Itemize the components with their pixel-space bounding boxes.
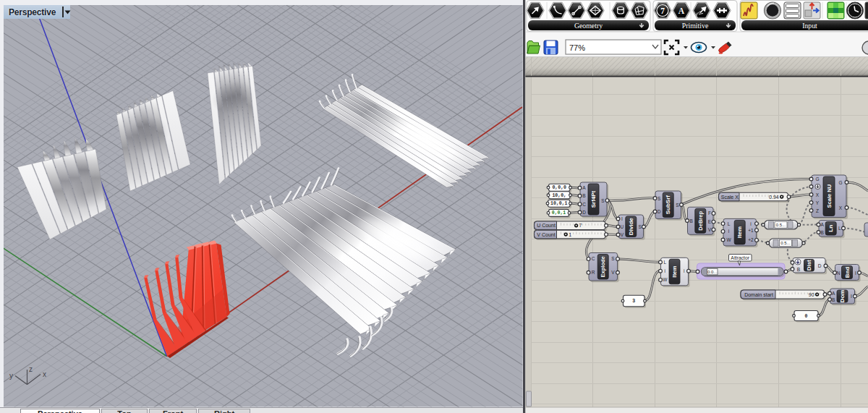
svg-text:D: D bbox=[658, 209, 661, 214]
svg-text:Scale NU: Scale NU bbox=[826, 184, 833, 208]
svg-text:N: N bbox=[837, 271, 841, 276]
svg-text:C: C bbox=[582, 202, 586, 207]
svg-text:Srf4Pt: Srf4Pt bbox=[590, 190, 597, 208]
svg-text:Ln: Ln bbox=[827, 225, 834, 232]
svg-text:R: R bbox=[592, 270, 595, 275]
svg-text:7: 7 bbox=[660, 7, 665, 15]
svg-text:F: F bbox=[708, 210, 711, 216]
svg-text:Divide: Divide bbox=[628, 218, 634, 236]
svg-text:0.5...: 0.5... bbox=[780, 241, 791, 245]
svg-text:X: X bbox=[816, 192, 820, 197]
svg-text:U: U bbox=[621, 224, 624, 229]
svg-text:A: A bbox=[678, 7, 685, 15]
svg-text:Geometry: Geometry bbox=[574, 22, 603, 30]
svg-text:3: 3 bbox=[632, 299, 635, 304]
svg-text:DeBrep: DeBrep bbox=[697, 211, 704, 231]
svg-text:L: L bbox=[663, 260, 666, 265]
svg-text:S: S bbox=[611, 256, 615, 261]
svg-text:D: D bbox=[582, 210, 586, 215]
svg-text:Y: Y bbox=[816, 200, 820, 205]
svg-text:B: B bbox=[689, 218, 692, 223]
svg-text:z: z bbox=[29, 365, 33, 373]
svg-text:77%: 77% bbox=[569, 43, 585, 52]
svg-text:Dist: Dist bbox=[806, 260, 812, 271]
svg-text:Z: Z bbox=[816, 208, 819, 213]
svg-text:Attractor: Attractor bbox=[731, 255, 749, 260]
svg-text:i: i bbox=[684, 268, 684, 273]
svg-text:L: L bbox=[838, 226, 841, 231]
svg-text:W: W bbox=[663, 277, 668, 282]
svg-text:0.0...: 0.0... bbox=[707, 270, 718, 274]
svg-text:0: 0 bbox=[805, 314, 808, 319]
svg-text:Domain start: Domain start bbox=[744, 292, 773, 297]
svg-text:I: I bbox=[851, 294, 852, 299]
svg-text:V: V bbox=[621, 232, 624, 237]
svg-text:B: B bbox=[832, 297, 835, 302]
svg-text:+1: +1 bbox=[748, 228, 754, 233]
svg-text:y: y bbox=[9, 372, 13, 380]
svg-text:i: i bbox=[728, 229, 729, 234]
svg-text:B: B bbox=[582, 193, 585, 198]
svg-text:I: I bbox=[855, 271, 856, 276]
svg-text:C: C bbox=[592, 256, 595, 261]
svg-text:0,0,0: 0,0,0 bbox=[552, 185, 566, 190]
svg-text:I: I bbox=[621, 216, 623, 221]
svg-text:Explode: Explode bbox=[600, 256, 606, 277]
svg-text:Item: Item bbox=[736, 226, 743, 238]
svg-text:L: L bbox=[728, 221, 731, 226]
svg-text:X: X bbox=[839, 205, 843, 210]
svg-text:10,0,: 10,0, bbox=[552, 193, 566, 198]
svg-text:S: S bbox=[601, 198, 605, 203]
svg-text:B: B bbox=[820, 230, 823, 235]
svg-text:x: x bbox=[43, 370, 46, 378]
svg-text:G: G bbox=[838, 180, 842, 185]
svg-text:Primitive: Primitive bbox=[682, 22, 709, 30]
svg-text:A: A bbox=[820, 222, 824, 227]
svg-text:S: S bbox=[638, 224, 642, 229]
svg-text:G: G bbox=[815, 176, 819, 182]
svg-text:Input: Input bbox=[802, 22, 817, 30]
svg-text:0.5...: 0.5... bbox=[776, 223, 786, 227]
svg-text:SubSrf: SubSrf bbox=[665, 195, 671, 215]
svg-text:10,0,1: 10,0,1 bbox=[550, 201, 568, 206]
svg-text:Bnd: Bnd bbox=[844, 267, 851, 278]
svg-text:0,0,1: 0,0,1 bbox=[552, 210, 566, 216]
svg-text:S: S bbox=[658, 196, 661, 201]
svg-text:Item: Item bbox=[671, 265, 678, 277]
svg-text:V: V bbox=[611, 270, 615, 275]
svg-text:i: i bbox=[664, 268, 665, 273]
svg-text:B: B bbox=[797, 267, 800, 272]
svg-text:S: S bbox=[676, 203, 679, 208]
svg-text:A: A bbox=[582, 185, 586, 190]
svg-text:A: A bbox=[832, 291, 835, 296]
svg-text:U Count: U Count bbox=[537, 223, 556, 228]
svg-text:7: 7 bbox=[579, 223, 582, 228]
svg-text:1: 1 bbox=[569, 232, 571, 237]
svg-text:Scale X: Scale X bbox=[721, 195, 739, 200]
svg-text:D: D bbox=[818, 263, 822, 268]
svg-text:+2: +2 bbox=[748, 237, 754, 242]
svg-text:E: E bbox=[708, 219, 712, 224]
svg-text:W: W bbox=[727, 237, 732, 242]
svg-text:0.94: 0.94 bbox=[769, 195, 779, 200]
svg-text:V Count: V Count bbox=[537, 232, 555, 237]
svg-text:V: V bbox=[708, 227, 712, 232]
svg-text:Dom: Dom bbox=[839, 290, 846, 303]
svg-text:90: 90 bbox=[809, 292, 814, 297]
svg-text:i: i bbox=[750, 221, 751, 226]
